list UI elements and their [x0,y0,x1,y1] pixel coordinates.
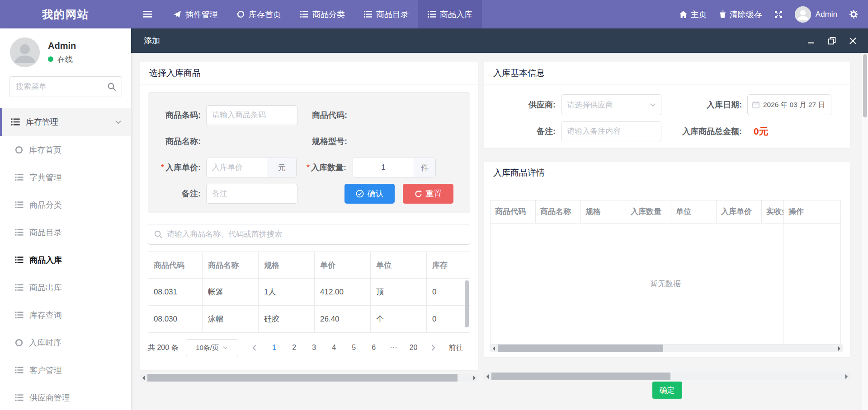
sidebar-item-product-catalog[interactable]: 商品目录 [0,219,131,246]
tab-add[interactable]: 添加 [144,35,160,46]
list-icon [15,174,24,181]
scroll-left-arrow-icon[interactable] [140,374,147,382]
menu-search-input[interactable] [9,76,122,97]
sidebar: Admin 在线 库存管理 [0,28,131,410]
nav-item-product-category[interactable]: 商品分类 [291,0,354,28]
scroll-right-arrow-icon[interactable] [471,374,478,382]
cell-price: 412.00 [315,279,371,306]
sidebar-item-inbound-timeline[interactable]: 入库时序 [0,329,131,356]
scroll-right-arrow-icon[interactable] [835,345,843,352]
col-header: 入库单价 [717,200,762,223]
scroll-left-arrow-icon[interactable] [490,345,498,352]
quantity-field: 件 [353,158,436,177]
page-ellipsis[interactable]: ··· [384,344,404,352]
scrollbar-thumb[interactable] [147,374,458,382]
product-search-input[interactable] [167,230,464,239]
list-icon [15,312,24,318]
left-horizontal-scrollbar[interactable] [140,374,478,382]
nav-item-inventory-home[interactable]: 库存首页 [227,0,291,28]
restore-button[interactable] [828,37,836,45]
sidebar-item-label: 商品出库 [29,282,62,293]
required-mark: * [307,163,310,172]
nav-item-plugins[interactable]: 插件管理 [164,0,227,28]
sidebar-group-label: 库存管理 [26,116,58,127]
page-size-select[interactable]: 10条/页 [186,339,238,356]
fullscreen-button[interactable] [774,10,783,19]
page-number[interactable]: 5 [344,344,364,352]
reset-button[interactable]: 重置 [403,184,453,204]
minimize-button[interactable] [807,37,815,44]
next-page-button[interactable] [424,345,443,351]
col-header: 商品名称 [203,252,259,279]
panel-title: 选择入库商品 [140,62,478,84]
table-row[interactable]: 08.030 泳帽 硅胶 26.40 个 0 [148,306,470,333]
detail-table-horizontal-scrollbar[interactable] [490,345,843,352]
page-number[interactable]: 3 [304,344,324,352]
tab-bar: 添加 [131,28,868,53]
scroll-left-arrow-icon[interactable] [484,373,491,380]
sidebar-item-product-inbound[interactable]: 商品入库 [0,246,131,274]
list-icon [300,11,308,18]
sidebar-item-dictionary[interactable]: 字典管理 [0,163,131,191]
page-number-last[interactable]: 20 [404,344,424,352]
nav-item-product-inbound[interactable]: 商品入库 [418,0,482,28]
settings-button[interactable] [849,10,858,19]
quantity-unit-suffix: 件 [414,158,435,177]
barcode-input[interactable] [206,105,297,125]
page-number[interactable]: 6 [364,344,384,352]
nav-item-product-catalog[interactable]: 商品目录 [354,0,418,28]
search-icon [154,230,162,238]
refresh-icon [415,190,422,198]
clear-cache-link[interactable]: 清除缓存 [719,9,762,20]
cell-price: 26.40 [315,306,371,333]
sidebar-item-product-category[interactable]: 商品分类 [0,191,131,219]
list-icon [15,256,24,263]
scrollbar-thumb[interactable] [498,345,663,352]
vertical-scrollbar[interactable] [862,53,868,410]
page-number[interactable]: 2 [284,344,304,352]
scroll-right-arrow-icon[interactable] [843,373,850,380]
product-name-label: 商品名称: [148,136,206,147]
sidebar-item-inventory-query[interactable]: 库存查询 [0,301,131,329]
quantity-input[interactable] [353,158,414,177]
col-header: 入库数量 [626,200,671,223]
sidebar-item-label: 客户管理 [29,365,62,376]
sidebar-item-product-outbound[interactable]: 商品出库 [0,274,131,301]
reset-label: 重置 [426,188,442,199]
submit-button[interactable]: 确定 [652,382,682,399]
pagination-total: 共 200 条 [148,343,179,353]
cell-code: 08.031 [148,279,203,306]
inbound-date-picker[interactable]: 2026 年 03 月 27 日 [747,94,831,115]
home-link[interactable]: 主页 [679,9,707,20]
cell-name: 帐篷 [203,279,259,306]
remark-input[interactable] [206,184,297,204]
close-button[interactable] [849,37,856,44]
fullscreen-icon [774,10,783,19]
col-header: 库存 [427,252,470,279]
page-number[interactable]: 4 [324,344,344,352]
confirm-button[interactable]: 确认 [344,184,395,204]
right-horizontal-scrollbar[interactable] [484,373,850,380]
prev-page-button[interactable] [245,345,264,351]
circle-icon [237,10,245,18]
sidebar-group-inventory[interactable]: 库存管理 [0,108,131,136]
page-number[interactable]: 1 [264,344,284,352]
user-menu[interactable]: Admin [795,6,837,23]
table-scrollbar-thumb[interactable] [465,280,469,327]
list-icon [15,284,24,291]
profile-status: 在线 [48,54,76,65]
cell-spec: 硅胶 [259,306,315,333]
inbound-remark-input[interactable] [561,121,661,141]
sidebar-item-customer-management[interactable]: 客户管理 [0,356,131,384]
sidebar-toggle-button[interactable] [131,0,164,28]
scrollbar-thumb[interactable] [863,54,867,117]
spec-model-label: 规格型号: [297,136,354,147]
scrollbar-thumb[interactable] [491,373,670,380]
table-row[interactable]: 08.031 帐篷 1人 412.00 顶 0 [148,279,470,306]
avatar [10,37,40,67]
nav-item-label: 插件管理 [185,9,218,20]
sidebar-item-supplier-management[interactable]: 供应商管理 [0,384,131,410]
supplier-select[interactable]: 请选择供应商 [561,94,661,115]
sidebar-item-inventory-home[interactable]: 库存首页 [0,136,131,163]
unit-price-input[interactable] [207,158,267,177]
